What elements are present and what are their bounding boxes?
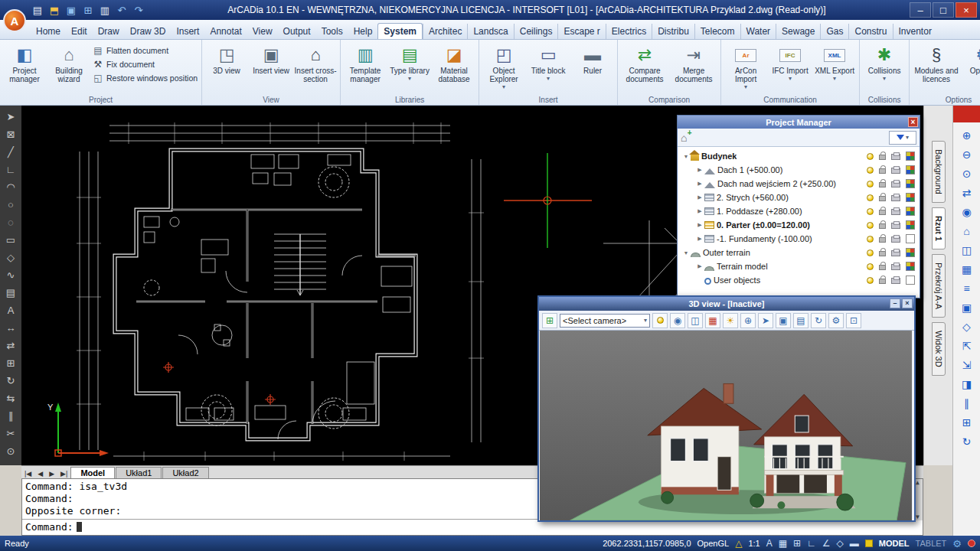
color-chip[interactable] bbox=[906, 262, 915, 271]
object-explorer-button[interactable]: ◰ Object Explorer ▾ bbox=[482, 42, 526, 94]
lock-icon[interactable] bbox=[879, 155, 886, 160]
fix-document-button[interactable]: ⚒ Fix document bbox=[93, 59, 198, 70]
arc-tool-icon[interactable]: ◠ bbox=[2, 179, 19, 194]
grid-toggle-icon[interactable]: ⊞ bbox=[793, 538, 801, 549]
section-view-icon[interactable]: ◨ bbox=[958, 376, 976, 392]
tab-ceilings[interactable]: Ceilings bbox=[514, 24, 558, 39]
printer-icon[interactable] bbox=[891, 264, 900, 270]
expander-icon[interactable]: ▶ bbox=[696, 194, 704, 201]
select-tool-icon[interactable]: ➤ bbox=[2, 109, 19, 124]
tab-distribution[interactable]: Distribu bbox=[652, 24, 694, 39]
project-manager-titlebar[interactable]: Project Manager × bbox=[678, 116, 920, 129]
lock-icon[interactable] bbox=[879, 265, 886, 270]
annotation-icon[interactable]: A bbox=[766, 538, 773, 549]
lock-icon[interactable] bbox=[879, 279, 886, 284]
visibility-bulb-icon[interactable] bbox=[867, 277, 874, 284]
tab-view[interactable]: View bbox=[247, 24, 278, 39]
views-icon[interactable]: ◫ bbox=[688, 313, 703, 328]
osnap-toggle-icon[interactable]: ◇ bbox=[837, 538, 844, 549]
lock-icon[interactable] bbox=[879, 182, 886, 187]
open-icon[interactable]: ⬒ bbox=[47, 3, 61, 17]
tab-gas[interactable]: Gas bbox=[820, 24, 848, 39]
orbit-icon[interactable]: ◉ bbox=[958, 204, 976, 220]
arcon-import-button[interactable]: Ar ArCon Import ▾ bbox=[724, 42, 768, 94]
printer-icon[interactable] bbox=[891, 168, 900, 174]
color-chip[interactable] bbox=[906, 276, 915, 285]
first-layout-button[interactable]: |◀ bbox=[21, 469, 34, 478]
light-toggle-button[interactable] bbox=[652, 313, 668, 328]
collisions-button[interactable]: ✱ Collisions ▾ bbox=[862, 42, 906, 94]
tab-annotate[interactable]: Annotat bbox=[204, 24, 247, 39]
add-camera-icon[interactable]: ⊞ bbox=[542, 313, 557, 328]
tree-item-outer-terrain[interactable]: ▼ Outer terrain bbox=[678, 246, 920, 259]
pan-icon[interactable]: ⇄ bbox=[958, 184, 976, 201]
tab-output[interactable]: Output bbox=[278, 24, 316, 39]
orbit-icon[interactable]: ◉ bbox=[670, 313, 685, 328]
color-chip[interactable] bbox=[906, 248, 915, 257]
printer-icon[interactable] bbox=[891, 209, 900, 215]
fullscreen-icon[interactable]: ⊡ bbox=[846, 313, 861, 328]
visibility-bulb-icon[interactable] bbox=[867, 249, 874, 256]
color-chip[interactable] bbox=[906, 220, 915, 230]
bottom-view-icon[interactable]: ⇲ bbox=[958, 357, 976, 373]
tab-sewage[interactable]: Sewage bbox=[776, 24, 820, 39]
prev-layout-button[interactable]: ◀ bbox=[34, 469, 46, 478]
new-document-icon[interactable]: ▤ bbox=[31, 3, 44, 17]
polar-toggle-icon[interactable]: ∠ bbox=[822, 538, 831, 549]
visibility-bulb-icon[interactable] bbox=[867, 167, 874, 174]
rotate-tool-icon[interactable]: ↻ bbox=[2, 373, 19, 388]
next-layout-button[interactable]: ▶ bbox=[46, 469, 57, 478]
layers-icon[interactable]: ≡ bbox=[958, 280, 976, 296]
lock-icon[interactable] bbox=[879, 223, 886, 229]
model-space-toggle[interactable]: MODEL bbox=[879, 539, 910, 548]
template-manager-button[interactable]: ▥ Template manager bbox=[343, 42, 387, 94]
tab-architecture[interactable]: Architec bbox=[423, 24, 467, 39]
tab-uklad1[interactable]: Układ1 bbox=[116, 467, 162, 478]
mirror-tool-icon[interactable]: ⇆ bbox=[2, 390, 19, 406]
expander-icon[interactable]: ▶ bbox=[696, 222, 704, 228]
printer-icon[interactable] bbox=[891, 278, 900, 284]
ruler-button[interactable]: ▬ Ruler bbox=[570, 42, 615, 94]
isometric-view-icon[interactable]: ◇ bbox=[958, 318, 976, 334]
color-chip[interactable] bbox=[906, 165, 915, 174]
trim-tool-icon[interactable]: ✂ bbox=[2, 425, 19, 441]
3d-view-titlebar[interactable]: 3D view - [Inactive] – × bbox=[539, 297, 914, 311]
circle-tool-icon[interactable]: ○ bbox=[2, 197, 19, 212]
polyline-tool-icon[interactable]: ∟ bbox=[2, 161, 19, 177]
add-storey-button[interactable]: ⌂+ bbox=[681, 132, 687, 144]
tab-telecom[interactable]: Telecom bbox=[694, 24, 740, 39]
lock-icon[interactable] bbox=[879, 237, 886, 243]
ortho-toggle-icon[interactable]: ∟ bbox=[807, 538, 816, 549]
tree-item-parter[interactable]: ▶ 0. Parter (±0.00=120.00) bbox=[678, 218, 920, 232]
active-layer-color-swatch[interactable] bbox=[953, 106, 980, 122]
ifc-import-button[interactable]: IFC IFC Import ▾ bbox=[768, 42, 812, 94]
measure-icon[interactable]: ∥ bbox=[958, 395, 976, 411]
insert-view-button[interactable]: ▣ Insert view bbox=[249, 42, 293, 94]
lock-icon[interactable] bbox=[879, 168, 886, 174]
zoom-extents-icon[interactable]: ⊕ bbox=[740, 313, 756, 328]
tree-item-budynek[interactable]: ▼ Budynek bbox=[678, 149, 920, 163]
array-icon[interactable]: ⊞ bbox=[958, 414, 976, 430]
material-database-button[interactable]: ◪ Material database bbox=[432, 42, 476, 94]
tab-water[interactable]: Water bbox=[740, 24, 776, 39]
text-tool-icon[interactable]: A bbox=[2, 302, 19, 318]
print-icon[interactable]: ▥ bbox=[98, 3, 112, 17]
visibility-bulb-icon[interactable] bbox=[867, 263, 874, 270]
tab-draw3d[interactable]: Draw 3D bbox=[125, 24, 172, 39]
ellipse-tool-icon[interactable]: ◌ bbox=[2, 214, 19, 230]
tab-uklad2[interactable]: Układ2 bbox=[162, 467, 208, 478]
settings-gear-icon[interactable]: ⚙ bbox=[952, 538, 962, 549]
named-views-icon[interactable]: ▣ bbox=[958, 299, 976, 315]
camera-select-dropdown[interactable]: <Select camera> ▾ bbox=[560, 314, 650, 328]
polygon-tool-icon[interactable]: ◇ bbox=[2, 249, 19, 265]
tab-escape-routes[interactable]: Escape r bbox=[557, 24, 605, 39]
tree-item-user-objects[interactable]: User objects bbox=[678, 273, 920, 287]
tab-constructions[interactable]: Constru bbox=[848, 24, 892, 39]
view-tab-background[interactable]: Background bbox=[932, 141, 946, 203]
refresh-icon[interactable]: ↻ bbox=[811, 313, 826, 328]
save-all-icon[interactable]: ⊞ bbox=[81, 3, 95, 17]
spline-tool-icon[interactable]: ∿ bbox=[2, 267, 19, 282]
visibility-bulb-icon[interactable] bbox=[867, 194, 874, 201]
tab-draw[interactable]: Draw bbox=[93, 24, 125, 39]
regen-icon[interactable]: ↻ bbox=[958, 433, 976, 449]
